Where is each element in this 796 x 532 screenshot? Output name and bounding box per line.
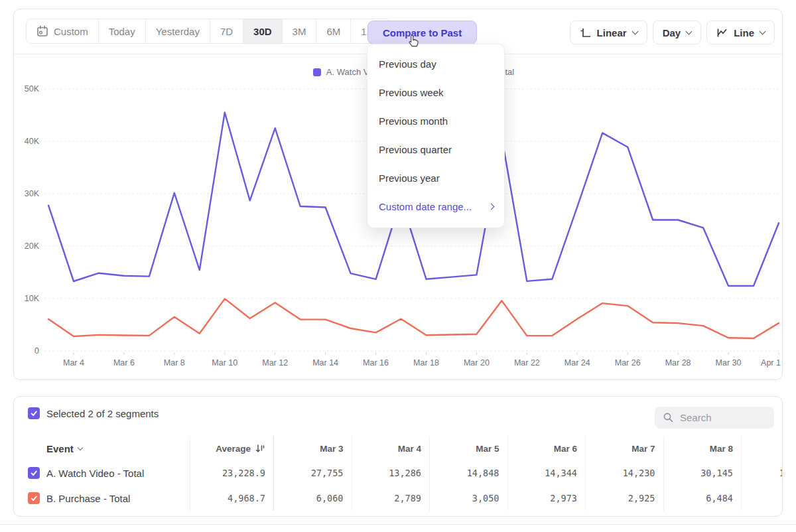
- sort-descending-icon: [255, 444, 265, 454]
- value-cell: 15,432: [742, 460, 783, 486]
- x-axis-label: Apr 1: [761, 358, 781, 367]
- x-axis-label: Mar 22: [514, 358, 540, 367]
- value-cell: 30,145: [664, 460, 742, 486]
- menu-item-previous-quarter[interactable]: Previous quarter: [367, 135, 504, 164]
- table-row-event: A. Watch Video - Total: [14, 460, 190, 486]
- value-cell: 14,230: [586, 460, 664, 486]
- value-cell: 27,755: [274, 460, 352, 486]
- x-axis-label: Mar 24: [564, 358, 590, 367]
- value-cell: 13,286: [352, 460, 431, 486]
- menu-item-custom-date-range[interactable]: Custom date range...: [367, 192, 504, 221]
- search-icon: [663, 412, 674, 423]
- x-axis-label: Mar 6: [113, 358, 135, 367]
- preset-6m[interactable]: 6M: [316, 19, 351, 43]
- page-bottom-edge: [0, 524, 796, 525]
- row-checkbox[interactable]: [28, 467, 40, 479]
- date-column-header: Mar 3: [274, 436, 352, 460]
- chart-display-controls: Linear Day Line: [570, 21, 775, 44]
- chart-type-dropdown-button[interactable]: Line: [706, 21, 775, 44]
- x-axis-label: Mar 14: [312, 358, 338, 367]
- date-column-header: Mar 8: [664, 436, 742, 460]
- chevron-down-icon: [686, 28, 693, 34]
- scale-label: Linear: [597, 27, 627, 38]
- value-cell: 2,789: [352, 486, 431, 511]
- y-axis-label: 50K: [25, 84, 40, 94]
- x-axis-label: Mar 30: [716, 358, 742, 367]
- y-axis-label: 20K: [25, 241, 40, 251]
- average-column-header[interactable]: Average: [190, 436, 274, 460]
- chart-type-label: Line: [734, 27, 754, 38]
- search-input[interactable]: [680, 412, 766, 423]
- date-column-header: Mar 5: [430, 436, 508, 460]
- x-axis-label: Mar 16: [363, 358, 389, 367]
- y-axis-label: 10K: [25, 294, 40, 303]
- x-axis-label: Mar 10: [212, 358, 237, 367]
- selection-summary-label: Selected 2 of 2 segments: [46, 408, 159, 419]
- value-cell: 2,973: [508, 486, 586, 511]
- compare-to-past-menu: Previous dayPrevious weekPrevious monthP…: [367, 44, 505, 228]
- date-range-presets: CustomTodayYesterday7D30D3M6M12M: [26, 19, 391, 44]
- granularity-label: Day: [663, 27, 681, 38]
- menu-item-previous-year[interactable]: Previous year: [367, 164, 504, 192]
- preset-today[interactable]: Today: [99, 19, 146, 43]
- date-column-header: Mar 9: [742, 436, 783, 460]
- average-value-cell: 23,228.9: [190, 460, 274, 486]
- table-search: [655, 407, 774, 429]
- line-chart-icon: [716, 27, 728, 38]
- menu-item-previous-day[interactable]: Previous day: [367, 50, 504, 78]
- date-column-header: Mar 7: [586, 436, 664, 460]
- preset-7d[interactable]: 7D: [210, 19, 243, 43]
- date-column-header: Mar 4: [352, 436, 431, 460]
- event-column-header[interactable]: Event: [14, 436, 190, 460]
- value-cell: 2,925: [586, 486, 664, 511]
- x-axis-label: Mar 18: [413, 358, 439, 367]
- axis-scale-icon: [580, 27, 591, 38]
- chevron-down-icon: [631, 28, 638, 34]
- segment-selection-summary: Selected 2 of 2 segments: [28, 407, 159, 419]
- x-axis-label: Mar 4: [63, 358, 84, 367]
- select-all-checkbox[interactable]: [28, 407, 40, 419]
- calendar-icon: [36, 25, 48, 37]
- date-column-header: Mar 6: [508, 436, 586, 460]
- scale-dropdown-button[interactable]: Linear: [570, 21, 647, 44]
- segments-table: EventAverageMar 3Mar 4Mar 5Mar 6Mar 7Mar…: [14, 436, 783, 511]
- menu-item-previous-month[interactable]: Previous month: [367, 107, 504, 135]
- legend-swatch: [313, 68, 321, 76]
- series-line-b[interactable]: [48, 299, 779, 338]
- x-axis-label: Mar 28: [665, 358, 691, 367]
- average-value-cell: 4,968.7: [190, 486, 274, 511]
- chevron-down-icon: [760, 28, 766, 34]
- chevron-right-icon: [488, 204, 495, 210]
- value-cell: 6,484: [664, 486, 742, 511]
- row-checkbox[interactable]: [28, 492, 40, 504]
- preset-custom[interactable]: Custom: [27, 19, 99, 43]
- preset-30d[interactable]: 30D: [243, 19, 283, 43]
- granularity-dropdown-button[interactable]: Day: [653, 21, 702, 44]
- value-cell: 14,848: [430, 460, 508, 486]
- segments-table-card: Selected 2 of 2 segments EventAverageMar…: [13, 396, 783, 517]
- menu-item-previous-week[interactable]: Previous week: [367, 78, 504, 107]
- value-cell: 6,060: [274, 486, 352, 511]
- chevron-down-icon: [78, 444, 83, 450]
- table-row-event: B. Purchase - Total: [14, 486, 190, 511]
- analytics-dashboard: CustomTodayYesterday7D30D3M6M12M Compare…: [0, 0, 796, 532]
- x-axis-label: Mar 12: [262, 358, 288, 367]
- compare-to-past-button[interactable]: Compare to Past: [367, 21, 477, 44]
- x-axis-label: Mar 8: [164, 358, 185, 367]
- x-axis-label: Mar 20: [464, 358, 490, 367]
- preset-yesterday[interactable]: Yesterday: [146, 19, 210, 43]
- value-cell: 3,314: [742, 486, 783, 511]
- preset-3m[interactable]: 3M: [283, 19, 317, 43]
- y-axis-label: 0: [34, 346, 39, 356]
- value-cell: 3,050: [430, 486, 508, 511]
- x-axis-label: Mar 26: [615, 358, 641, 367]
- value-cell: 14,344: [508, 460, 586, 486]
- y-axis-label: 40K: [25, 137, 40, 146]
- y-axis-label: 30K: [25, 189, 40, 198]
